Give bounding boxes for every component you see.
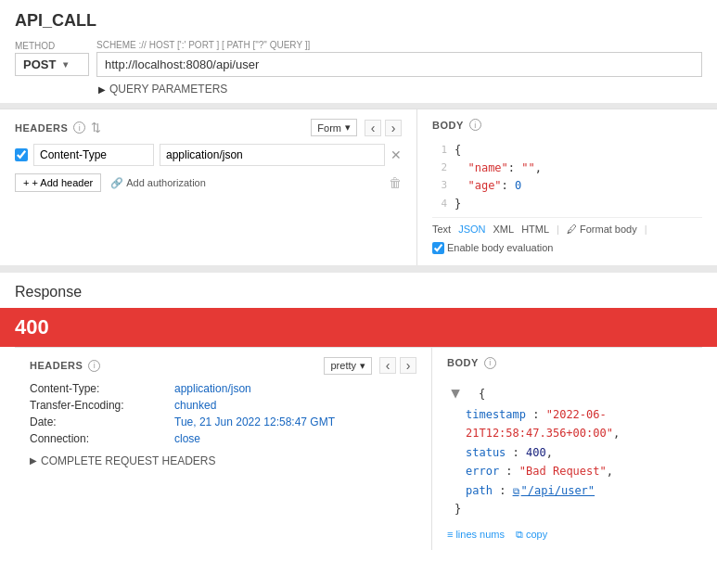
headers-label: HEADERS bbox=[15, 122, 68, 134]
resp-body-error: error : "Bad Request", bbox=[466, 462, 687, 480]
divider: | bbox=[557, 224, 559, 235]
header-row: ✕ bbox=[15, 144, 402, 166]
pretty-label: pretty bbox=[330, 360, 356, 371]
url-input[interactable] bbox=[96, 52, 702, 77]
form-select[interactable]: Form ▾ bbox=[311, 119, 357, 136]
complete-headers-label: COMPLETE REQUEST HEADERS bbox=[41, 454, 215, 467]
pretty-select[interactable]: pretty ▾ bbox=[324, 357, 372, 375]
resp-nav-arrows: ‹ › bbox=[379, 357, 416, 374]
arrow-right-icon: ▶ bbox=[98, 84, 106, 95]
format-text-btn[interactable]: Text bbox=[432, 224, 451, 235]
copy-label: copy bbox=[526, 529, 547, 540]
eval-checkbox[interactable] bbox=[432, 242, 444, 254]
status-bar: 400 bbox=[0, 308, 717, 347]
response-section: Response 400 HEADERS i pretty ▾ bbox=[0, 273, 717, 550]
lines-nums-btn[interactable]: ≡ lines nums bbox=[447, 529, 505, 540]
resp-headers-info-icon[interactable]: i bbox=[88, 360, 100, 372]
resp-body-code: ▼ { timestamp : "2022-06-21T12:58:47.356… bbox=[447, 377, 687, 523]
lines-nums-label: lines nums bbox=[455, 529, 505, 540]
external-link-icon: ⧉ bbox=[513, 483, 519, 499]
sort-icon[interactable]: ⇅ bbox=[91, 121, 101, 134]
resp-nav-right[interactable]: › bbox=[400, 357, 416, 374]
header-key-input[interactable] bbox=[33, 144, 154, 166]
method-select-wrap: METHOD POST ▾ bbox=[15, 41, 89, 76]
resp-header-transfer: Transfer-Encoding: chunked bbox=[30, 399, 416, 412]
format-xml-btn[interactable]: XML bbox=[493, 224, 515, 235]
add-auth-label: Add authorization bbox=[126, 177, 206, 188]
page: API_CALL METHOD POST ▾ SCHEME :// HOST [… bbox=[0, 0, 717, 588]
resp-nav-left[interactable]: ‹ bbox=[379, 357, 396, 374]
add-header-label: + Add header bbox=[32, 177, 93, 188]
form-label: Form bbox=[317, 122, 341, 134]
format-html-btn[interactable]: HTML bbox=[521, 224, 549, 235]
format-json-btn[interactable]: JSON bbox=[458, 224, 485, 235]
resp-header-content-type: Content-Type: application/json bbox=[30, 382, 416, 395]
collapse-icon[interactable]: ▼ bbox=[447, 380, 464, 405]
code-line-1: 1 { bbox=[432, 142, 702, 160]
resp-body-footer: ≡ lines nums ⧉ copy bbox=[447, 523, 687, 541]
header-checkbox[interactable] bbox=[15, 148, 28, 161]
resp-body-section: BODY i ▼ { timestamp : "2022-06-21T12:58… bbox=[432, 348, 702, 550]
path-link[interactable]: ⧉ "/api/user" bbox=[513, 481, 595, 500]
enable-eval: Enable body evaluation bbox=[432, 242, 553, 254]
response-title: Response bbox=[15, 284, 702, 300]
header-value-input[interactable] bbox=[160, 144, 385, 166]
code-line-2: 2 "name": "", bbox=[432, 160, 702, 177]
code-line-3: 3 "age": 0 bbox=[432, 177, 702, 195]
plus-icon: + bbox=[23, 177, 29, 188]
url-input-wrap: SCHEME :// HOST [':' PORT ] [ PATH ["?" … bbox=[96, 40, 702, 77]
resp-body-label: BODY bbox=[447, 357, 479, 368]
page-title: API_CALL bbox=[15, 11, 702, 31]
method-value: POST bbox=[23, 58, 56, 71]
enable-eval-label: Enable body evaluation bbox=[447, 242, 553, 253]
divider2: | bbox=[645, 224, 647, 235]
resp-body-info-icon[interactable]: i bbox=[484, 357, 496, 369]
copy-btn[interactable]: ⧉ copy bbox=[516, 529, 547, 541]
resp-body-timestamp: timestamp : "2022-06-21T12:58:47.356+00:… bbox=[466, 405, 687, 443]
complete-headers-toggle[interactable]: ▶ COMPLETE REQUEST HEADERS bbox=[30, 454, 416, 467]
resp-headers-title-row: HEADERS i pretty ▾ ‹ › bbox=[30, 357, 416, 375]
status-code: 400 bbox=[15, 315, 49, 339]
add-auth-button[interactable]: 🔗 Add authorization bbox=[110, 177, 206, 189]
body-format-btns: Text JSON XML HTML bbox=[432, 224, 549, 235]
lock-icon: 🔗 bbox=[110, 177, 123, 189]
trash-icon[interactable]: 🗑 bbox=[389, 175, 402, 190]
format-body-label: Format body bbox=[580, 224, 637, 235]
add-header-button[interactable]: + + Add header bbox=[15, 173, 101, 192]
resp-header-table: Content-Type: application/json Transfer-… bbox=[30, 382, 416, 445]
resp-collapse-line: ▼ { bbox=[447, 380, 687, 405]
resp-body-content: timestamp : "2022-06-21T12:58:47.356+00:… bbox=[447, 405, 687, 500]
headers-title-row: HEADERS i ⇅ Form ▾ ‹ › bbox=[15, 119, 402, 136]
headers-title-area: HEADERS i ⇅ bbox=[15, 121, 101, 134]
resp-headers-label: HEADERS bbox=[30, 360, 83, 371]
resp-headers-section: HEADERS i pretty ▾ ‹ › bbox=[15, 348, 432, 550]
resp-body-status: status : 400, bbox=[466, 443, 687, 462]
lines-nums-icon: ≡ bbox=[447, 529, 453, 540]
query-params-toggle[interactable]: ▶ QUERY PARAMETERS bbox=[98, 83, 227, 96]
url-label: SCHEME :// HOST [':' PORT ] [ PATH ["?" … bbox=[96, 40, 702, 50]
pretty-arrow-icon: ▾ bbox=[360, 360, 365, 372]
headers-section: HEADERS i ⇅ Form ▾ ‹ › bbox=[0, 109, 417, 265]
body-title-row: BODY i bbox=[432, 119, 702, 131]
code-line-4: 4 } bbox=[432, 196, 702, 213]
body-info-icon[interactable]: i bbox=[469, 119, 481, 131]
complete-headers-arrow-icon: ▶ bbox=[30, 455, 37, 466]
format-body-btn[interactable]: 🖊 Format body bbox=[567, 224, 637, 235]
url-row: METHOD POST ▾ SCHEME :// HOST [':' PORT … bbox=[15, 40, 702, 77]
method-label: METHOD bbox=[15, 41, 89, 51]
body-toolbar: Text JSON XML HTML | 🖊 Format body | Ena… bbox=[432, 217, 702, 256]
headers-controls: Form ▾ ‹ › bbox=[311, 119, 402, 136]
resp-headers-body-row: HEADERS i pretty ▾ ‹ › bbox=[15, 347, 702, 550]
resp-close-brace: } bbox=[447, 500, 687, 518]
remove-header-btn[interactable]: ✕ bbox=[391, 147, 402, 162]
headers-info-icon[interactable]: i bbox=[73, 121, 85, 134]
add-buttons-row: + + Add header 🔗 Add authorization 🗑 bbox=[15, 173, 402, 192]
method-select[interactable]: POST ▾ bbox=[15, 53, 89, 76]
separator bbox=[0, 265, 717, 273]
resp-body-path: path : ⧉ "/api/user" bbox=[466, 481, 687, 501]
nav-right-arrow[interactable]: › bbox=[385, 120, 402, 136]
body-section: BODY i 1 { 2 "name": "", 3 "age": 0 bbox=[417, 109, 717, 265]
form-arrow-icon: ▾ bbox=[345, 121, 351, 134]
resp-headers-controls: pretty ▾ ‹ › bbox=[324, 357, 416, 375]
nav-left-arrow[interactable]: ‹ bbox=[365, 120, 381, 136]
